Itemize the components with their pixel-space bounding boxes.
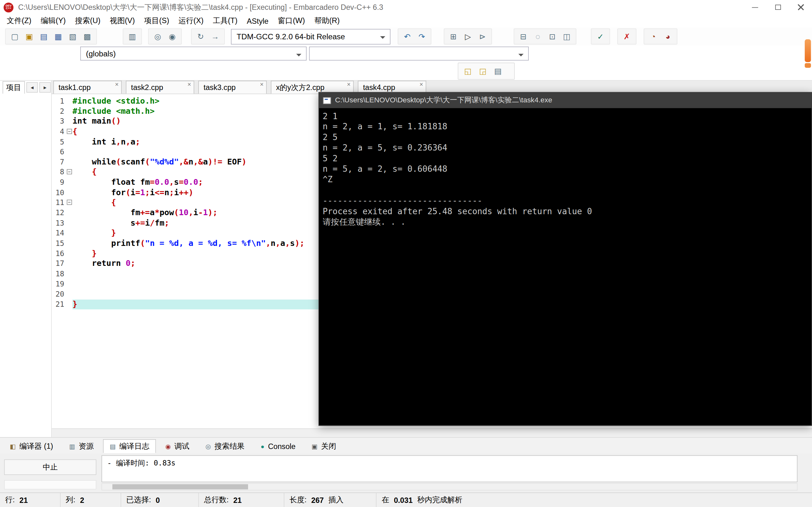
save-all-icon[interactable]: ▦ (52, 30, 65, 43)
run-icon[interactable]: ▷ (461, 30, 474, 43)
check-toolbar-group: ✓ (591, 29, 610, 45)
minimize-button[interactable] (744, 0, 766, 14)
fold-column: − (66, 127, 72, 137)
line-number: 9 (52, 177, 66, 187)
fold-column (66, 137, 72, 147)
menu-item[interactable]: 运行(X) (174, 16, 208, 26)
bottom-tab[interactable]: ●Console (254, 439, 302, 453)
close-button[interactable] (789, 0, 812, 14)
menu-item[interactable]: 工具(T) (208, 16, 242, 26)
menu-item[interactable]: 搜索(U) (70, 16, 105, 26)
line-number: 21 (52, 299, 66, 309)
close-tab-icon[interactable]: × (419, 81, 423, 88)
bottom-tab[interactable]: ◎搜索结果 (199, 439, 252, 453)
scroll-left-icon[interactable]: ◂ (26, 82, 38, 93)
fold-toggle-icon[interactable]: − (67, 170, 72, 175)
find-next-icon[interactable]: ↻ (194, 30, 207, 43)
log-scrollbar[interactable] (101, 483, 798, 491)
rebuild-icon[interactable]: ⊟ (517, 30, 530, 43)
status-value: 0.031 (394, 496, 413, 504)
toolbar-overflow-indicator[interactable] (805, 39, 811, 62)
editor-tab[interactable]: task4.cpp× (358, 81, 426, 94)
line-number: 11 (52, 198, 66, 208)
toolbar-overflow-indicator-small[interactable] (805, 63, 811, 68)
compile-progress-bar (4, 480, 96, 489)
project-toolbar-group: ⊟◌⊡◫ (514, 29, 577, 45)
replace-icon[interactable]: ◉ (165, 30, 179, 43)
close-tab-icon[interactable]: × (347, 81, 351, 88)
save-icon[interactable]: ▤ (38, 30, 50, 43)
console-output[interactable]: 2 1n = 2, a = 1, s= 1.1818182 5n = 2, a … (319, 108, 812, 227)
bottom-tab[interactable]: ▣关闭 (305, 439, 343, 453)
close-tab-icon[interactable]: × (260, 81, 264, 88)
editor-tab[interactable]: task3.cpp× (198, 81, 267, 94)
abort-compilation-icon[interactable]: ✗ (620, 30, 633, 43)
compile-run-icon[interactable]: ⊳ (476, 30, 489, 43)
fold-toggle-icon[interactable]: − (67, 129, 72, 134)
bottom-tab-icon: ▣ (311, 443, 317, 449)
editor-tab[interactable]: x的y次方2.cpp× (271, 81, 354, 94)
menu-item[interactable]: 帮助(R) (310, 16, 345, 26)
jump-back-icon[interactable]: ◱ (461, 65, 474, 78)
search-toolbar-group: ◎◉ (148, 29, 182, 45)
menu-item[interactable]: AStyle (242, 17, 273, 25)
console-title-bar[interactable]: C:\Users\LENOVO\Desktop\大学\大一下网课\博客\实验二\… (319, 93, 812, 108)
menu-item[interactable]: 窗口(W) (273, 16, 310, 26)
syntax-check-icon[interactable]: ✓ (594, 30, 607, 43)
abort-button[interactable]: 中止 (4, 459, 96, 475)
fold-column (66, 299, 72, 309)
redo-icon[interactable]: ↷ (415, 30, 428, 43)
menu-item[interactable]: 视图(V) (105, 16, 139, 26)
bottom-tab[interactable]: ◧编译器 (1) (3, 439, 60, 453)
undo-icon[interactable]: ↶ (401, 30, 414, 43)
scroll-right-icon[interactable]: ▸ (39, 82, 51, 93)
menu-item[interactable]: 项目(S) (140, 16, 174, 26)
insert-snippet-icon[interactable]: ▤ (491, 65, 504, 78)
fold-column (66, 228, 72, 239)
open-icon[interactable]: ▣ (23, 30, 36, 43)
line-number: 1 (52, 96, 66, 107)
menu-item[interactable]: 编辑(Y) (36, 16, 70, 26)
project-tab[interactable]: 项目 (3, 81, 25, 94)
jump-forward-icon[interactable]: ◲ (476, 65, 490, 78)
globals-select[interactable]: (globals) (80, 47, 306, 60)
fold-column (66, 269, 72, 279)
compile-icon[interactable]: ⊞ (447, 30, 460, 43)
bottom-tab[interactable]: ◉调试 (159, 439, 196, 453)
maximize-button[interactable] (766, 0, 789, 14)
debug-icon[interactable]: ◌ (531, 30, 544, 43)
editor-horizontal-scrollbar[interactable] (52, 429, 812, 437)
window-layout-icon[interactable]: ◫ (560, 30, 573, 43)
line-number: 3 (52, 117, 66, 127)
globals-value: (globals) (86, 49, 116, 58)
close-file-icon[interactable]: ▧ (66, 30, 79, 43)
close-all-icon[interactable]: ▩ (81, 30, 94, 43)
toolbar-secondary: (globals) (0, 46, 812, 62)
bottom-tab-label: 调试 (174, 441, 189, 451)
close-tab-icon[interactable]: × (115, 81, 118, 88)
project-panel-header: 项目 ◂ ▸ (0, 81, 51, 94)
find-icon[interactable]: ◎ (151, 30, 164, 43)
menu-bar: 文件(Z)编辑(Y)搜索(U)视图(V)项目(S)运行(X)工具(T)AStyl… (0, 14, 812, 27)
delete-profiling-icon[interactable]: ◕ (661, 30, 674, 43)
profile-analysis-icon[interactable]: ◔ (647, 30, 660, 43)
bottom-tab[interactable]: ▥资源 (62, 439, 101, 453)
goto-line-icon[interactable]: → (209, 30, 222, 43)
compiler-profile-select[interactable]: TDM-GCC 9.2.0 64-bit Release (231, 29, 391, 44)
log-scrollbar-thumb[interactable] (112, 484, 248, 489)
close-tab-icon[interactable]: × (188, 81, 191, 88)
bottom-tab[interactable]: ▤编译日志 (103, 439, 156, 453)
editor-tab[interactable]: task2.cpp× (126, 81, 194, 94)
fold-column (66, 96, 72, 107)
status-value: 2 (80, 496, 84, 504)
editor-tab[interactable]: task1.cpp× (53, 81, 122, 94)
status-label: 列: (66, 495, 75, 505)
new-file-icon[interactable]: ▢ (8, 30, 21, 43)
class-browser-select[interactable] (309, 47, 529, 60)
print-icon[interactable]: ▥ (126, 30, 139, 43)
fold-toggle-icon[interactable]: − (67, 200, 72, 205)
bottom-tab-icon: ▤ (110, 443, 116, 449)
status-label: 已选择: (126, 495, 151, 505)
package-manager-icon[interactable]: ⊡ (546, 30, 559, 43)
menu-item[interactable]: 文件(Z) (2, 16, 36, 26)
